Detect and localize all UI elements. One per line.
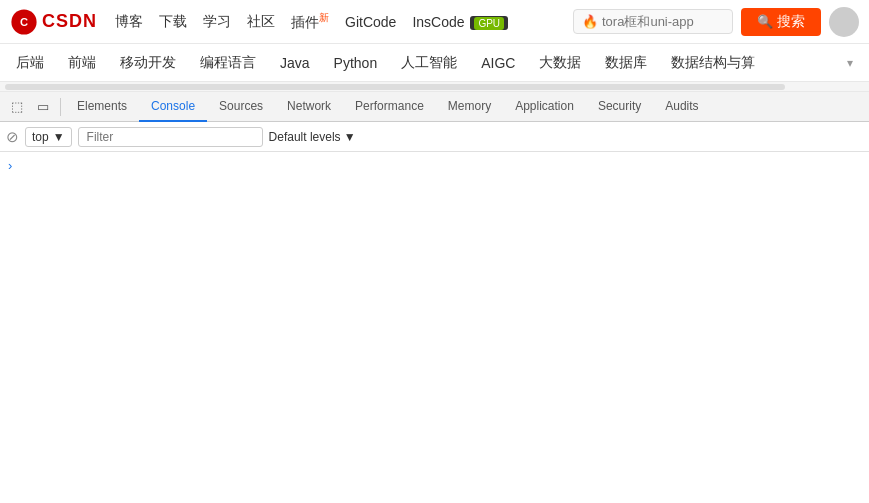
console-area[interactable]: ›: [0, 152, 869, 503]
tab-memory[interactable]: Memory: [436, 92, 503, 122]
logo-icon: C: [10, 8, 38, 36]
second-nav-ai[interactable]: 人工智能: [401, 54, 457, 72]
search-area: 🔥 🔍 搜索: [573, 7, 859, 37]
search-input[interactable]: [602, 14, 722, 29]
search-button[interactable]: 🔍 搜索: [741, 8, 821, 36]
fire-icon: 🔥: [582, 14, 598, 29]
second-nav-aigc[interactable]: AIGC: [481, 55, 515, 71]
second-nav-frontend[interactable]: 前端: [68, 54, 96, 72]
levels-select[interactable]: Default levels ▼: [269, 130, 356, 144]
logo[interactable]: C CSDN: [10, 8, 97, 36]
nav-link-learn[interactable]: 学习: [203, 13, 231, 31]
inspector-button[interactable]: ⬚: [4, 94, 30, 120]
second-nav: 后端 前端 移动开发 编程语言 Java Python 人工智能 AIGC 大数…: [0, 44, 869, 82]
scroll-bar-area[interactable]: [0, 82, 869, 92]
second-nav-bigdata[interactable]: 大数据: [539, 54, 581, 72]
console-toolbar: ⊘ top ▼ Default levels ▼: [0, 122, 869, 152]
mobile-icon: ▭: [37, 99, 49, 114]
console-prompt-arrow[interactable]: ›: [8, 156, 861, 176]
nav-link-download[interactable]: 下载: [159, 13, 187, 31]
nav-link-inscode[interactable]: InsCode GPU: [412, 14, 508, 30]
tab-security[interactable]: Security: [586, 92, 653, 122]
tab-console[interactable]: Console: [139, 92, 207, 122]
top-nav-links: 博客 下载 学习 社区 插件新 GitCode InsCode GPU: [115, 11, 555, 32]
main-content: ⬚ ▭ Elements Console Sources Network Per…: [0, 82, 869, 503]
gpu-badge: GPU: [474, 17, 504, 30]
search-input-wrap: 🔥: [573, 9, 733, 34]
no-entry-icon[interactable]: ⊘: [6, 128, 19, 146]
inscode-badge: GPU: [470, 16, 508, 30]
nav-link-gitcode[interactable]: GitCode: [345, 14, 396, 30]
tab-application[interactable]: Application: [503, 92, 586, 122]
tab-elements[interactable]: Elements: [65, 92, 139, 122]
avatar[interactable]: [829, 7, 859, 37]
levels-arrow-icon: ▼: [344, 130, 356, 144]
scroll-thumb: [5, 84, 785, 90]
nav-link-blog[interactable]: 博客: [115, 13, 143, 31]
nav-link-community[interactable]: 社区: [247, 13, 275, 31]
context-select[interactable]: top ▼: [25, 127, 72, 147]
devtools-tabs: Elements Console Sources Network Perform…: [65, 92, 865, 122]
second-nav-backend[interactable]: 后端: [16, 54, 44, 72]
expand-icon[interactable]: ▾: [847, 56, 853, 70]
tab-performance[interactable]: Performance: [343, 92, 436, 122]
mobile-button[interactable]: ▭: [30, 94, 56, 120]
inspector-icon: ⬚: [11, 99, 23, 114]
dropdown-arrow-icon: ▼: [53, 130, 65, 144]
second-nav-python[interactable]: Python: [334, 55, 378, 71]
search-icon: 🔍: [757, 14, 773, 29]
svg-text:C: C: [20, 16, 28, 28]
second-nav-mobile[interactable]: 移动开发: [120, 54, 176, 72]
nav-link-plugin[interactable]: 插件新: [291, 11, 329, 32]
devtools-separator: [60, 98, 61, 116]
logo-text: CSDN: [42, 11, 97, 32]
devtools-bar: ⬚ ▭ Elements Console Sources Network Per…: [0, 92, 869, 122]
tab-sources[interactable]: Sources: [207, 92, 275, 122]
filter-input[interactable]: [78, 127, 263, 147]
new-badge: 新: [319, 12, 329, 23]
second-nav-datastruct[interactable]: 数据结构与算: [671, 54, 755, 72]
second-nav-proglang[interactable]: 编程语言: [200, 54, 256, 72]
tab-network[interactable]: Network: [275, 92, 343, 122]
second-nav-java[interactable]: Java: [280, 55, 310, 71]
tab-audits[interactable]: Audits: [653, 92, 710, 122]
second-nav-db[interactable]: 数据库: [605, 54, 647, 72]
top-nav: C CSDN 博客 下载 学习 社区 插件新 GitCode InsCode G…: [0, 0, 869, 44]
